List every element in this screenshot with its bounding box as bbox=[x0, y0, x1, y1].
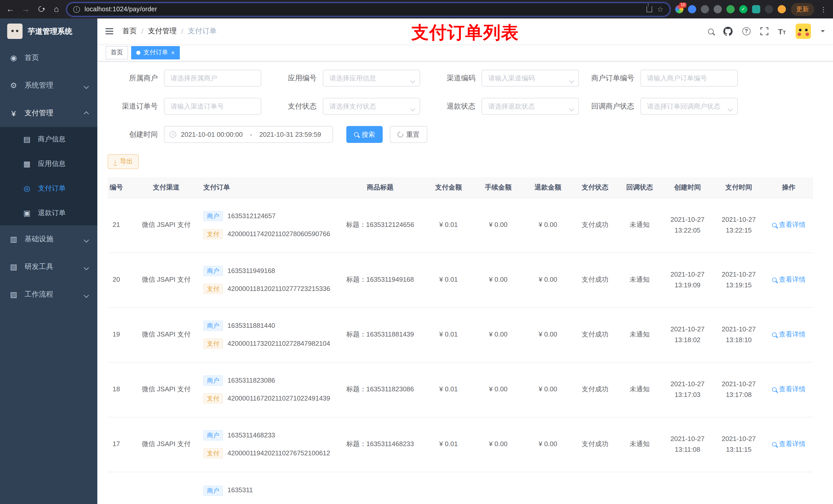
site-info-icon[interactable]: i bbox=[73, 6, 80, 13]
download-icon: ↓ bbox=[114, 158, 117, 165]
reset-button[interactable]: 重置 bbox=[390, 126, 427, 143]
order-channel: 微信 JSAPI 支付 bbox=[134, 362, 198, 417]
view-detail-link[interactable]: 查看详情 bbox=[772, 329, 806, 340]
sidebar-item-refund-order[interactable]: ▣ 退款订单 bbox=[0, 201, 97, 225]
forward-icon[interactable]: → bbox=[21, 5, 31, 14]
view-detail-link[interactable]: 查看详情 bbox=[772, 384, 806, 394]
refund-status-select[interactable] bbox=[481, 98, 579, 115]
extension-icon[interactable] bbox=[752, 5, 760, 13]
extension-icon[interactable] bbox=[727, 5, 735, 13]
sidebar-item-infrastructure[interactable]: ▥ 基础设施 bbox=[0, 225, 97, 253]
fullscreen-icon[interactable] bbox=[760, 27, 768, 35]
search-icon[interactable] bbox=[708, 28, 713, 34]
sidebar-item-pay-order[interactable]: ◎ 支付订单 bbox=[0, 176, 97, 201]
payment-submenu: ▤ 商户信息 ▦ 应用信息 ◎ 支付订单 ▣ 退款订单 bbox=[0, 127, 97, 225]
pay-status-select[interactable] bbox=[323, 98, 420, 115]
fee-amount: ¥ 0.00 bbox=[473, 307, 523, 362]
create-time bbox=[662, 472, 713, 504]
docs-help-icon[interactable]: ? bbox=[742, 27, 750, 35]
sidebar-item-workflow[interactable]: ▨ 工作流程 bbox=[0, 281, 97, 308]
extension-icon[interactable]: 10 bbox=[675, 5, 684, 13]
filter-label: 商户订单编号 bbox=[584, 73, 640, 83]
callback-status-input[interactable] bbox=[640, 98, 738, 115]
table-row: 19 微信 JSAPI 支付 商户 1635311881440 支付 42000… bbox=[108, 307, 813, 362]
channel-code-input[interactable] bbox=[481, 70, 579, 87]
address-bar[interactable]: i localhost:1024/pay/order ☆ bbox=[67, 2, 670, 16]
breadcrumb: 首页 / 支付管理 / 支付订单 bbox=[122, 27, 217, 36]
search-button[interactable]: 搜索 bbox=[346, 126, 383, 143]
date-start[interactable]: 2021-10-01 00:00:00 bbox=[181, 130, 243, 138]
tab-home[interactable]: 首页 bbox=[105, 46, 128, 59]
view-detail-link[interactable]: 查看详情 bbox=[772, 439, 806, 450]
merchant-order-no-input[interactable] bbox=[640, 70, 738, 87]
extension-icon[interactable] bbox=[701, 5, 709, 13]
chevron-down-icon bbox=[570, 76, 573, 84]
pay-status: 支付成功 bbox=[573, 307, 617, 362]
refund-status-input[interactable] bbox=[481, 98, 579, 115]
tab-pay-order[interactable]: 支付订单 × bbox=[131, 46, 180, 59]
sidebar-item-dev-tools[interactable]: ▧ 研发工具 bbox=[0, 253, 97, 281]
extension-icon[interactable]: ✓ bbox=[739, 5, 747, 13]
chevron-down-icon bbox=[85, 81, 88, 90]
breadcrumb-pay-management[interactable]: 支付管理 bbox=[148, 27, 177, 36]
app-select-input[interactable] bbox=[323, 70, 420, 87]
gear-icon: ⚙ bbox=[9, 81, 18, 90]
workflow-icon: ▨ bbox=[9, 290, 18, 299]
pay-amount bbox=[424, 472, 473, 504]
extension-icon[interactable] bbox=[688, 5, 696, 13]
sidebar-item-home[interactable]: ◉ 首页 bbox=[0, 44, 97, 72]
caret-down-icon[interactable] bbox=[821, 30, 825, 34]
sidebar-item-system[interactable]: ⚙ 系统管理 bbox=[0, 72, 97, 99]
notify-status: 未通知 bbox=[617, 198, 662, 253]
create-time-range-picker[interactable]: 2021-10-01 00:00:00 - 2021-10-31 23:59:5… bbox=[164, 126, 333, 143]
pay-status-input[interactable] bbox=[323, 98, 420, 115]
chevron-down-icon bbox=[570, 104, 573, 112]
close-icon[interactable]: × bbox=[171, 49, 175, 55]
chevron-down-icon bbox=[729, 104, 732, 112]
notify-status: 未通知 bbox=[617, 417, 662, 472]
pay-time: 2021-10-27 13:22:15 bbox=[713, 198, 764, 253]
app-select[interactable] bbox=[323, 70, 420, 87]
channel-order-no-input[interactable] bbox=[164, 98, 261, 115]
filter-label: 所属商户 bbox=[108, 73, 164, 83]
view-detail-link[interactable]: 查看详情 bbox=[772, 219, 806, 230]
notify-status: 未通知 bbox=[617, 253, 662, 307]
refund-amount bbox=[523, 472, 573, 504]
table-row: 商户 1635311 支付 查看详情 bbox=[108, 472, 813, 504]
refund-amount: ¥ 0.00 bbox=[523, 307, 573, 362]
github-icon[interactable] bbox=[723, 27, 732, 36]
table-row: 18 微信 JSAPI 支付 商户 1635311823086 支付 42000… bbox=[108, 362, 813, 417]
merchant-select[interactable] bbox=[164, 70, 261, 87]
merchant-order-no-field[interactable] bbox=[640, 70, 738, 87]
merchant-select-input[interactable] bbox=[164, 70, 261, 87]
browser-update-button[interactable]: 更新 bbox=[791, 3, 814, 16]
breadcrumb-home[interactable]: 首页 bbox=[122, 27, 137, 36]
url-text[interactable]: localhost:1024/pay/order bbox=[85, 6, 642, 13]
browser-menu-icon[interactable]: ⋮ bbox=[819, 5, 828, 13]
view-detail-link[interactable]: 查看详情 bbox=[772, 274, 806, 285]
product-title: 标题：1635311949168 bbox=[337, 253, 424, 307]
callback-status-select[interactable] bbox=[640, 98, 738, 115]
font-size-icon[interactable]: TT bbox=[778, 27, 786, 35]
fold-sidebar-icon[interactable] bbox=[105, 31, 113, 32]
channel-code-select[interactable] bbox=[481, 70, 579, 87]
extension-icon[interactable] bbox=[765, 5, 773, 13]
col-notify-status: 回调状态 bbox=[617, 177, 662, 198]
channel-order-no-field[interactable] bbox=[164, 98, 261, 115]
refund-amount: ¥ 0.00 bbox=[523, 198, 573, 253]
extension-icon[interactable] bbox=[778, 5, 786, 13]
order-numbers: 商户 1635311949168 支付 42000011812021102777… bbox=[198, 253, 337, 307]
refresh-icon[interactable] bbox=[36, 5, 46, 14]
sidebar-item-merchant-info[interactable]: ▤ 商户信息 bbox=[0, 127, 97, 152]
bookmark-star-icon[interactable]: ☆ bbox=[657, 5, 663, 13]
home-icon[interactable]: ⌂ bbox=[51, 5, 62, 14]
user-avatar[interactable] bbox=[795, 24, 811, 39]
export-button[interactable]: ↓ 导出 bbox=[108, 154, 139, 169]
extension-icon[interactable] bbox=[714, 5, 722, 13]
share-icon[interactable] bbox=[647, 6, 652, 12]
chevron-down-icon bbox=[411, 76, 414, 84]
date-end[interactable]: 2021-10-31 23:59:59 bbox=[259, 130, 321, 138]
sidebar-item-payment[interactable]: ¥ 支付管理 bbox=[0, 99, 97, 127]
back-icon[interactable]: ← bbox=[5, 5, 15, 14]
sidebar-item-app-info[interactable]: ▦ 应用信息 bbox=[0, 152, 97, 176]
